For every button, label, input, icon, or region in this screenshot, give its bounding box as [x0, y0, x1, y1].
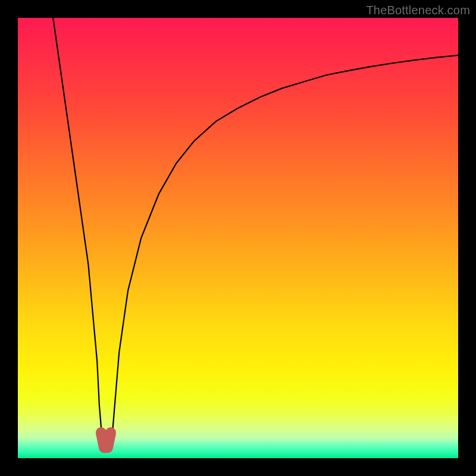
watermark-text: TheBottleneck.com	[366, 4, 470, 17]
curve-svg	[18, 18, 458, 458]
chart-frame: TheBottleneck.com	[0, 0, 476, 476]
plot-area	[18, 18, 458, 458]
bottleneck-curve	[53, 18, 458, 449]
sweet-spot-marker	[101, 433, 111, 447]
